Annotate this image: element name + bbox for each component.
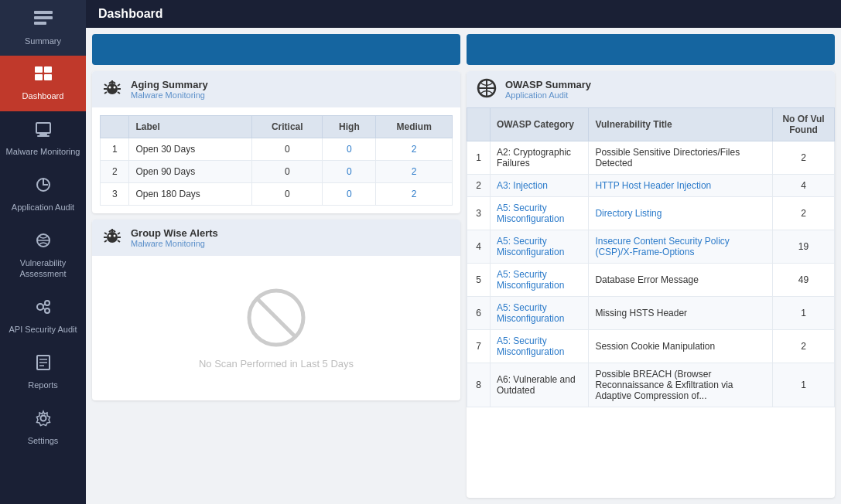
owasp-category: A6: Vulnerable and Outdated (497, 374, 576, 396)
table-row: 3 A5: Security Misconfiguration Director… (467, 197, 835, 230)
col-num (101, 116, 129, 138)
row-label: Open 90 Days (129, 161, 252, 183)
vulnerability-icon (33, 232, 53, 255)
row-num: 3 (467, 197, 491, 230)
sidebar-item-reports[interactable]: Reports (0, 345, 86, 400)
sidebar-item-label: Application Audit (12, 202, 74, 213)
top-bar-left (92, 34, 460, 65)
group-wise-alerts-card: Group Wise Alerts Malware Monitoring No … (92, 220, 460, 400)
no-scan-container: No Scan Performed in Last 5 Days (100, 264, 453, 393)
vuln-title: Database Error Message (595, 274, 698, 285)
svg-line-32 (257, 298, 296, 337)
row-count: 49 (773, 264, 835, 297)
aging-summary-table: Label Critical High Medium 1 Open 30 Day… (100, 115, 453, 206)
owasp-summary-header: OWASP Summary Application Audit (467, 71, 835, 107)
owasp-category-link[interactable]: A5: Security Misconfiguration (497, 302, 564, 324)
vuln-title-link[interactable]: HTTP Host Header Injection (595, 180, 711, 191)
table-row: 2 Open 90 Days 0 0 2 (101, 161, 453, 183)
svg-rect-8 (39, 133, 47, 135)
page-title: Dashboard (98, 7, 163, 21)
main-content: Dashboard (86, 0, 841, 504)
left-column: Aging Summary Malware Monitoring Label C… (92, 71, 460, 498)
bug-icon-2 (101, 226, 123, 250)
table-row: 7 A5: Security Misconfiguration Session … (467, 330, 835, 363)
row-num: 8 (467, 363, 491, 407)
owasp-col-category: OWASP Category (491, 108, 589, 141)
group-wise-alerts-subtitle: Malware Monitoring (131, 239, 218, 248)
api-security-icon (33, 298, 53, 322)
owasp-category: A2: Cryptographic Failures (497, 147, 571, 169)
settings-icon (33, 410, 53, 433)
row-count: 1 (773, 297, 835, 330)
row-label: Open 180 Days (129, 183, 252, 206)
row-title: HTTP Host Header Injection (589, 175, 773, 197)
aging-summary-header: Aging Summary Malware Monitoring (92, 71, 460, 107)
row-title: Session Cookie Manipulation (589, 330, 773, 363)
row-num: 6 (467, 297, 491, 330)
group-wise-alerts-header: Group Wise Alerts Malware Monitoring (92, 220, 460, 256)
group-wise-alerts-body: No Scan Performed in Last 5 Days (92, 256, 460, 400)
sidebar-item-vulnerability-assessment[interactable]: Vulnerability Assessment (0, 223, 86, 289)
svg-point-27 (107, 232, 118, 243)
vuln-title-link[interactable]: Directory Listing (595, 208, 662, 219)
svg-point-22 (40, 415, 46, 421)
sidebar-item-settings[interactable]: Settings (0, 400, 86, 456)
row-category: A5: Security Misconfiguration (491, 264, 589, 297)
row-label: Open 30 Days (129, 138, 252, 161)
col-medium: Medium (376, 116, 453, 138)
svg-rect-7 (36, 123, 50, 133)
malware-icon (33, 121, 53, 144)
svg-point-29 (109, 235, 111, 237)
row-critical: 0 (252, 161, 323, 183)
row-num: 2 (101, 161, 129, 183)
sidebar-item-malware-monitoring[interactable]: Malware Monitoring (0, 111, 86, 167)
owasp-col-num (467, 108, 491, 141)
row-num: 1 (101, 138, 129, 161)
row-num: 3 (101, 183, 129, 206)
vuln-title-link[interactable]: Insecure Content Security Policy (CSP)/X… (595, 236, 729, 257)
sidebar-item-application-audit[interactable]: Application Audit (0, 167, 86, 223)
col-label: Label (129, 116, 252, 138)
vuln-title: Session Cookie Manipulation (595, 341, 715, 352)
sidebar-item-label: Settings (28, 435, 59, 446)
row-title: Insecure Content Security Policy (CSP)/X… (589, 230, 773, 264)
svg-rect-6 (44, 74, 52, 80)
sidebar-item-api-security-audit[interactable]: API Security Audit (0, 289, 86, 345)
group-wise-alerts-title: Group Wise Alerts (131, 227, 218, 239)
owasp-category-link[interactable]: A3: Injection (497, 180, 548, 191)
svg-point-25 (109, 87, 111, 89)
row-category: A5: Security Misconfiguration (491, 230, 589, 264)
sidebar-item-summary[interactable]: Summary (0, 0, 86, 56)
row-category: A5: Security Misconfiguration (491, 297, 589, 330)
table-row: 4 A5: Security Misconfiguration Insecure… (467, 230, 835, 264)
aging-summary-title-block: Aging Summary Malware Monitoring (131, 79, 208, 100)
row-category: A5: Security Misconfiguration (491, 197, 589, 230)
svg-point-13 (37, 304, 43, 310)
aging-summary-card: Aging Summary Malware Monitoring Label C… (92, 71, 460, 213)
row-count: 4 (773, 175, 835, 197)
svg-rect-4 (44, 66, 52, 73)
no-scan-text: No Scan Performed in Last 5 Days (199, 358, 354, 369)
bug-icon (101, 77, 123, 101)
row-high: 0 (323, 183, 376, 206)
vuln-title: Missing HSTS Header (595, 308, 687, 318)
two-col-layout: Aging Summary Malware Monitoring Label C… (92, 71, 835, 498)
owasp-category-link[interactable]: A5: Security Misconfiguration (497, 335, 564, 357)
owasp-category-link[interactable]: A5: Security Misconfiguration (497, 203, 564, 224)
owasp-category-link[interactable]: A5: Security Misconfiguration (497, 236, 564, 257)
sidebar-item-dashboard[interactable]: Dashboard (0, 56, 86, 111)
svg-point-26 (114, 87, 116, 89)
owasp-body: OWASP Category Vulnerability Title No Of… (467, 107, 835, 407)
owasp-col-count: No Of Vul Found (773, 108, 835, 141)
row-title: Possible Sensitive Directories/Files Det… (589, 141, 773, 175)
sidebar-item-label: Dashboard (22, 90, 64, 101)
owasp-table: OWASP Category Vulnerability Title No Of… (467, 107, 835, 407)
table-row: 6 A5: Security Misconfiguration Missing … (467, 297, 835, 330)
sidebar-item-label: Summary (25, 36, 61, 46)
owasp-category-link[interactable]: A5: Security Misconfiguration (497, 269, 564, 291)
row-num: 2 (467, 175, 491, 197)
group-wise-alerts-title-block: Group Wise Alerts Malware Monitoring (131, 227, 218, 248)
vuln-title: Possible BREACH (Browser Reconnaissance … (595, 369, 733, 401)
row-title: Missing HSTS Header (589, 297, 773, 330)
sidebar-item-label: Vulnerability Assessment (5, 257, 81, 280)
